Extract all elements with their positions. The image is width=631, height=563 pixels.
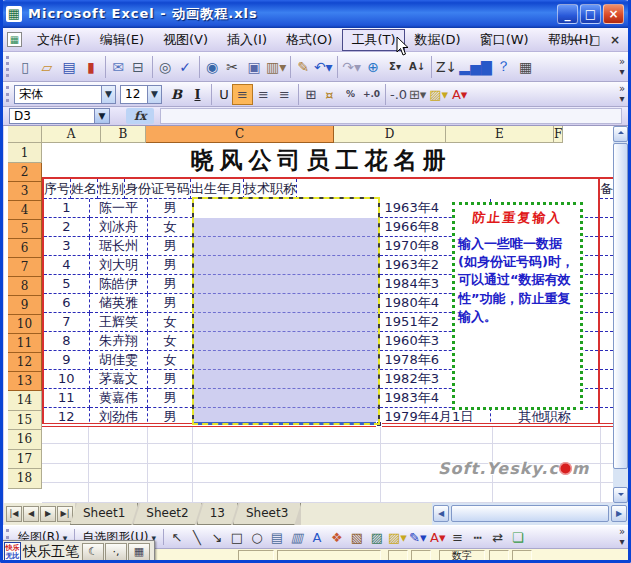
table-header-cell[interactable]: 身份证号码 xyxy=(125,179,191,199)
increase-decimal-button[interactable]: +.0 xyxy=(361,84,382,105)
menu-item[interactable]: 窗口(W) xyxy=(471,29,538,51)
column-header[interactable]: C xyxy=(146,126,334,143)
cell-name[interactable]: 茅嘉文 xyxy=(90,370,149,389)
cell-gender[interactable]: 男 xyxy=(148,389,193,408)
scroll-right-icon[interactable]: ▶ xyxy=(611,505,627,522)
row-header[interactable]: 12 xyxy=(8,353,42,372)
row-header[interactable]: 7 xyxy=(8,258,42,277)
print-preview-icon[interactable]: ◎ xyxy=(152,56,174,78)
menu-item[interactable]: 视图(V) xyxy=(154,29,217,51)
column-header[interactable]: A xyxy=(42,126,101,143)
row-header[interactable]: 9 xyxy=(8,296,42,315)
doc-close-button[interactable]: × xyxy=(608,33,622,47)
sheet-tab[interactable]: Sheet3 xyxy=(233,503,301,525)
row-header[interactable]: 5 xyxy=(8,220,42,239)
toolbar-grip[interactable] xyxy=(6,86,11,103)
cell-name[interactable]: 王辉笑 xyxy=(90,313,149,332)
format-painter-icon[interactable]: ✎ xyxy=(290,56,312,78)
cell-name[interactable]: 刘冰舟 xyxy=(90,218,149,237)
vertical-textbox-icon[interactable]: ▥ xyxy=(287,527,307,547)
percent-button[interactable]: % xyxy=(340,84,361,105)
vertical-scrollbar[interactable] xyxy=(613,126,628,503)
keyboard-icon[interactable]: ▦ xyxy=(128,543,150,561)
arrow-icon[interactable]: ↘ xyxy=(207,527,227,547)
cell-name[interactable]: 琚长州 xyxy=(90,237,149,256)
line-icon[interactable]: ╲ xyxy=(187,527,207,547)
cell-gender[interactable]: 女 xyxy=(148,218,193,237)
prev-sheet-button[interactable]: ◀ xyxy=(23,506,39,522)
paste-icon[interactable]: ▥▾ xyxy=(265,56,287,78)
cell-gender[interactable]: 女 xyxy=(148,351,193,370)
row-header[interactable]: 2 xyxy=(8,163,42,182)
annotation-note-box[interactable]: 防止重复输入 输入一些唯一数据(如身份证号码)时，可以通过“数据有效性”功能，防… xyxy=(452,202,583,410)
cell-gender[interactable]: 男 xyxy=(148,275,193,294)
font-size-select[interactable]: 12 ▼ xyxy=(120,85,162,104)
spelling-icon[interactable]: ✓ xyxy=(174,56,196,78)
currency-button[interactable]: ¤ xyxy=(319,84,340,105)
first-sheet-button[interactable]: |◀ xyxy=(6,506,22,522)
table-header-cell[interactable]: 姓名 xyxy=(71,179,98,199)
shadow-style-icon[interactable]: ❏ xyxy=(508,527,528,547)
line-style-icon[interactable]: ≡ xyxy=(448,527,468,547)
borders-button[interactable]: ⊞▾ xyxy=(407,84,428,105)
row-header[interactable]: 14 xyxy=(8,391,42,411)
punctuation-icon[interactable]: ·, xyxy=(105,543,127,561)
chevron-down-icon[interactable]: ▼ xyxy=(147,86,161,103)
menu-item[interactable]: 格式(O) xyxy=(277,29,341,51)
select-arrow-icon[interactable]: ↖ xyxy=(167,527,187,547)
cell-gender[interactable]: 男 xyxy=(148,370,193,389)
cell-name[interactable]: 陈皓伊 xyxy=(90,275,149,294)
column-header[interactable]: E xyxy=(446,126,554,143)
cell-gender[interactable]: 男 xyxy=(148,237,193,256)
fill-color-icon[interactable]: ▨▾ xyxy=(387,527,408,547)
sheet-tab[interactable]: 13 xyxy=(197,503,238,525)
mail-icon[interactable]: ✉ xyxy=(105,56,127,78)
font-color-button[interactable]: A▾ xyxy=(449,84,470,105)
cell-gender[interactable]: 女 xyxy=(148,332,193,351)
chevron-down-icon[interactable]: ▼ xyxy=(101,86,115,103)
cell-serial[interactable]: 2 xyxy=(44,218,90,237)
fill-handle[interactable] xyxy=(376,421,382,427)
clipart-icon[interactable]: ▧ xyxy=(347,527,367,547)
rectangle-icon[interactable]: □ xyxy=(227,527,247,547)
row-header[interactable]: 1 xyxy=(8,143,42,163)
table-header-cell[interactable]: 序号 xyxy=(44,179,71,199)
cell-gender[interactable]: 女 xyxy=(148,313,193,332)
cell-serial[interactable]: 1 xyxy=(44,199,90,218)
permission-icon[interactable]: ▮ xyxy=(80,56,102,78)
column-header[interactable]: B xyxy=(101,126,146,143)
arrow-style-icon[interactable]: ⇄ xyxy=(488,527,508,547)
align-center-button[interactable]: ≡ xyxy=(253,84,274,105)
cell-serial[interactable]: 9 xyxy=(44,351,90,370)
row-header[interactable]: 10 xyxy=(8,315,42,334)
cell-name[interactable]: 胡佳雯 xyxy=(90,351,149,370)
selected-range[interactable] xyxy=(194,218,378,423)
scroll-down-icon[interactable] xyxy=(613,487,628,503)
horizontal-scrollbar[interactable]: ◀ ▶ xyxy=(432,503,628,525)
doc-minimize-button[interactable]: — xyxy=(568,33,582,47)
open-icon[interactable]: ▱ xyxy=(36,56,58,78)
undo-icon[interactable]: ↶▾ xyxy=(312,56,334,78)
row-header[interactable]: 8 xyxy=(8,277,42,296)
column-header[interactable]: D xyxy=(334,126,446,143)
table-header-cell[interactable]: 性别 xyxy=(98,179,125,199)
minimize-button[interactable]: _ xyxy=(557,4,578,24)
doc-restore-button[interactable]: □ xyxy=(588,33,602,47)
oval-icon[interactable]: ○ xyxy=(247,527,267,547)
cell-serial[interactable]: 11 xyxy=(44,389,90,408)
print-icon[interactable]: ⊟ xyxy=(127,56,149,78)
column-header[interactable]: F xyxy=(554,126,563,143)
help-icon[interactable]: ？ xyxy=(493,56,515,78)
moon-icon[interactable]: ☾ xyxy=(82,543,104,561)
redo-icon[interactable]: ↷▾ xyxy=(337,56,362,78)
cell-serial[interactable]: 5 xyxy=(44,275,90,294)
cut-icon[interactable]: ✂ xyxy=(221,56,243,78)
picture-icon[interactable]: ▨ xyxy=(367,527,387,547)
chart-wizard-icon[interactable]: ▂▅▇ xyxy=(458,56,492,78)
row-header[interactable]: 16 xyxy=(8,430,42,450)
formula-input[interactable] xyxy=(160,108,622,124)
cell-name[interactable]: 刘大明 xyxy=(90,256,149,275)
copy-icon[interactable]: ▣ xyxy=(243,56,265,78)
fill-color-button[interactable]: ▨▾ xyxy=(428,84,449,105)
cell-gender[interactable]: 男 xyxy=(148,199,193,218)
